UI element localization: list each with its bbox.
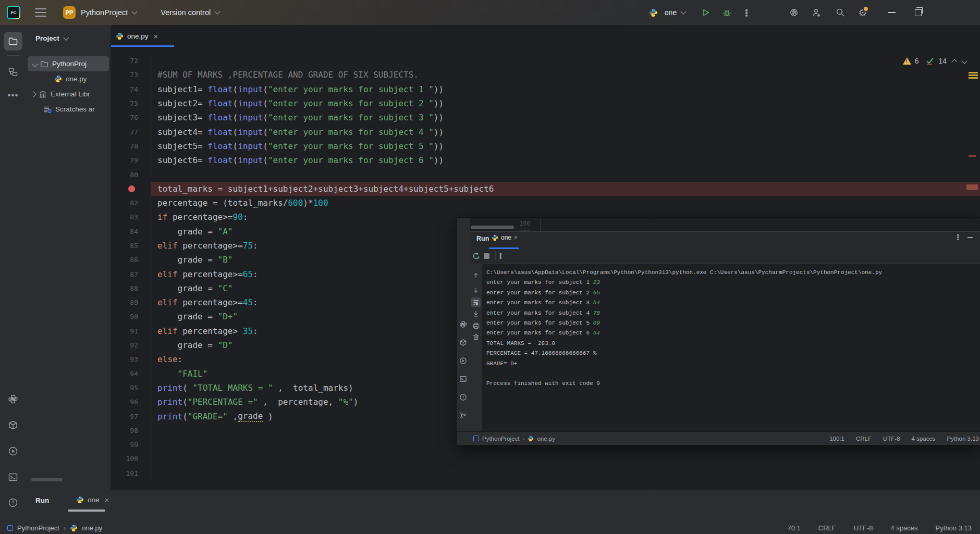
services-icon[interactable] — [459, 356, 468, 365]
chevron-down-icon[interactable] — [32, 61, 38, 67]
services-tool-button[interactable] — [4, 442, 22, 461]
code-text[interactable]: #SUM OF MARKS ,PERCENTAGE AND GRADE OF S… — [151, 68, 980, 82]
statusbar-project[interactable]: PythonProject — [17, 524, 59, 532]
line-number[interactable]: 97 — [111, 409, 151, 423]
code-text[interactable]: subject3= float(input("enter your marks … — [151, 110, 980, 125]
window-restore-button[interactable] — [910, 0, 926, 25]
line-number[interactable]: 74 — [111, 82, 151, 96]
down-stacktrace-icon[interactable] — [471, 285, 481, 295]
tree-item-scratches[interactable]: Scratches ar — [26, 102, 111, 117]
code-text[interactable] — [151, 466, 980, 480]
tree-item-external-libraries[interactable]: External Libr — [26, 86, 111, 102]
chevron-right-icon[interactable] — [30, 91, 36, 97]
line-number[interactable]: 76 — [111, 110, 151, 125]
code-line[interactable]: 75subject2= float(input("enter your mark… — [111, 96, 980, 110]
code-text[interactable]: percentage = (total_marks/600)*100 — [151, 196, 980, 210]
run-configuration-selector[interactable]: one — [663, 0, 687, 25]
line-number[interactable]: 84 — [111, 225, 151, 239]
debug-button[interactable] — [719, 0, 734, 25]
run-dock-title[interactable]: Run — [35, 496, 49, 504]
inspections-widget[interactable]: 6 14 — [903, 56, 966, 66]
console-output[interactable]: C:\Users\asus\AppData\Local\Programs\Pyt… — [486, 268, 978, 389]
run-float-tab-one[interactable]: one × — [492, 234, 518, 241]
run-dock-tab-one[interactable]: one × — [76, 495, 109, 504]
tree-item-pythonproject[interactable]: PythonProj — [28, 56, 109, 71]
indent-style[interactable]: 4 spaces — [891, 524, 918, 532]
tab-one-py[interactable]: one.py × — [111, 25, 164, 47]
window-minimize-button[interactable] — [884, 0, 900, 25]
interpreter[interactable]: Python 3.13 — [947, 436, 979, 442]
line-number[interactable]: 83 — [111, 210, 151, 224]
version-control-menu[interactable]: Version control — [161, 8, 211, 17]
next-problem-chevron[interactable] — [961, 58, 967, 64]
line-number[interactable]: 94 — [111, 367, 151, 381]
line-number[interactable]: 88 — [111, 281, 151, 295]
python-packages-icon[interactable] — [459, 338, 468, 347]
hide-icon[interactable] — [967, 237, 973, 238]
code-line[interactable]: 74subject1= float(input("enter your mark… — [111, 82, 980, 96]
tree-item-one-py[interactable]: one.py — [26, 71, 111, 86]
code-text[interactable]: subject6= float(input("enter your marks … — [151, 153, 980, 167]
project-badge[interactable]: PP — [63, 6, 76, 19]
code-line[interactable]: 76subject3= float(input("enter your mark… — [111, 110, 980, 125]
version-control-icon[interactable] — [459, 411, 468, 420]
error-stripe-breakpoint-mark[interactable] — [966, 184, 978, 190]
line-number[interactable]: 77 — [111, 125, 151, 139]
line-number[interactable]: 90 — [111, 309, 151, 324]
code-line[interactable]: 80 — [111, 167, 980, 181]
code-line[interactable]: 77subject4= float(input("enter your mark… — [111, 125, 980, 139]
more-icon[interactable]: ••• — [957, 234, 959, 241]
line-number[interactable]: 87 — [111, 267, 151, 281]
tab-close-icon[interactable]: × — [105, 495, 109, 504]
code-text[interactable]: total_marks = subject1+subject2+subject3… — [151, 182, 980, 196]
line-number[interactable]: 98 — [111, 424, 151, 438]
line-endings[interactable]: CRLF — [856, 436, 872, 442]
line-number[interactable]: 86 — [111, 253, 151, 267]
code-text[interactable] — [151, 167, 980, 181]
ai-assistant-icon[interactable] — [787, 0, 801, 25]
search-everywhere-icon[interactable] — [833, 0, 848, 25]
line-number[interactable]: 101 — [111, 466, 151, 480]
file-encoding[interactable]: UTF-8 — [883, 436, 900, 442]
line-number[interactable]: 73 — [111, 68, 151, 82]
line-number[interactable]: 79 — [111, 153, 151, 167]
code-text[interactable]: subject1= float(input("enter your marks … — [151, 82, 980, 96]
line-number[interactable]: 93 — [111, 352, 151, 366]
line-number[interactable]: 100 — [111, 452, 151, 466]
line-number[interactable]: 99 — [111, 438, 151, 452]
project-tool-button[interactable] — [4, 32, 22, 51]
code-text[interactable]: subject5= float(input("enter your marks … — [151, 139, 980, 153]
problems-tool-button[interactable] — [4, 493, 22, 512]
statusbar-file[interactable]: one.py — [82, 524, 102, 532]
code-line[interactable]: 101 — [111, 466, 980, 480]
tab-close-icon[interactable]: × — [154, 32, 158, 41]
code-text[interactable] — [151, 54, 980, 68]
previous-problem-chevron[interactable] — [951, 59, 957, 65]
caret-position[interactable]: 100:1 — [829, 436, 844, 442]
python-packages-tool-button[interactable] — [4, 416, 22, 434]
main-menu-icon[interactable] — [35, 8, 46, 17]
code-line[interactable]: 78subject5= float(input("enter your mark… — [111, 139, 980, 153]
problems-icon[interactable] — [459, 393, 468, 402]
code-with-me-icon[interactable] — [809, 0, 824, 25]
code-text[interactable]: subject4= float(input("enter your marks … — [151, 125, 980, 139]
line-number[interactable]: 89 — [111, 295, 151, 309]
breadcrumb-project[interactable]: PythonProject — [482, 436, 520, 442]
stop-button[interactable] — [484, 253, 489, 259]
breakpoint-gutter[interactable] — [111, 182, 151, 196]
code-line[interactable]: 73#SUM OF MARKS ,PERCENTAGE AND GRADE OF… — [111, 68, 980, 82]
file-encoding[interactable]: UTF-8 — [854, 524, 873, 532]
console-more-icon[interactable]: ••• — [499, 253, 502, 259]
structure-tool-button[interactable] — [4, 63, 22, 81]
python-console-tool-button[interactable] — [4, 390, 22, 408]
line-number[interactable]: 80 — [111, 167, 151, 181]
interpreter[interactable]: Python 3.13 — [936, 524, 972, 532]
code-line[interactable]: 100 — [111, 452, 980, 466]
settings-gear-icon[interactable]: ⚙ — [855, 0, 871, 25]
code-line[interactable]: 79subject6= float(input("enter your mark… — [111, 153, 980, 167]
more-actions-button[interactable]: ••• — [741, 0, 752, 25]
python-console-icon[interactable] — [459, 320, 468, 329]
line-number[interactable]: 72 — [111, 54, 151, 68]
project-panel-hscrollbar[interactable] — [31, 478, 63, 481]
print-icon[interactable] — [471, 321, 481, 330]
